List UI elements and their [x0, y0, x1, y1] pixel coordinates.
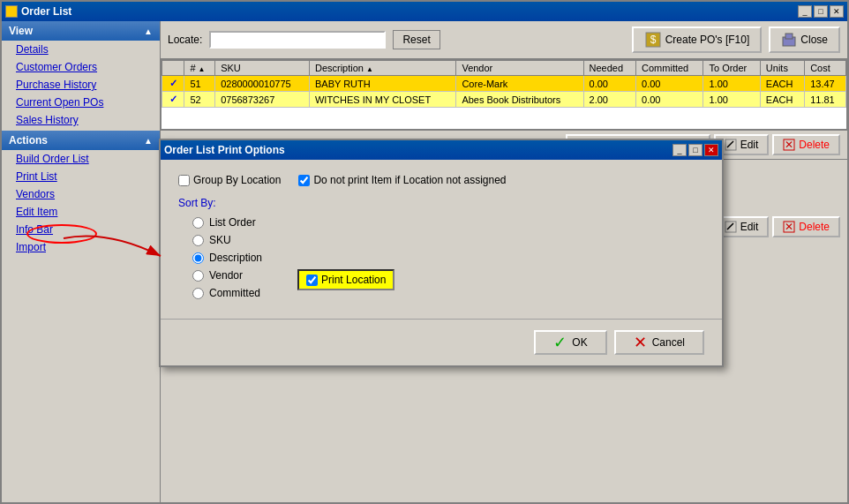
- dialog-close-button[interactable]: ✕: [704, 144, 718, 156]
- sidebar-item-current-open-pos[interactable]: Current Open POs: [2, 94, 160, 111]
- sort-vendor[interactable]: Vendor: [192, 269, 262, 282]
- dialog-minimize-button[interactable]: _: [672, 144, 687, 156]
- create-po-button[interactable]: $ Create PO's [F10]: [632, 26, 763, 53]
- row-cost: 13.47: [805, 76, 846, 92]
- bottom-delete-button[interactable]: ✕ Delete: [772, 216, 840, 237]
- dialog-options-row: Group By Location Do not print Item if L…: [178, 174, 704, 186]
- row-check: ✓: [162, 92, 184, 108]
- row-units: EACH: [760, 76, 804, 92]
- sidebar-item-details[interactable]: Details: [2, 41, 160, 58]
- sidebar: View ▲ Details Customer Orders Purchase …: [2, 21, 161, 502]
- sort-by-label: Sort By:: [178, 197, 704, 209]
- view-header[interactable]: View ▲: [2, 21, 160, 41]
- col-sku[interactable]: SKU: [215, 61, 310, 76]
- col-to-order[interactable]: To Order: [703, 61, 760, 76]
- sort-vendor-radio[interactable]: [192, 270, 204, 282]
- title-bar: Order List _ □ ✕: [2, 2, 847, 21]
- group-by-location-checkbox[interactable]: [178, 175, 190, 186]
- col-num[interactable]: # ▲: [184, 61, 215, 76]
- cancel-button[interactable]: ✕ Cancel: [614, 330, 704, 355]
- sort-sku[interactable]: SKU: [192, 234, 262, 246]
- dialog-controls: _ □ ✕: [672, 144, 718, 156]
- col-cost[interactable]: Cost: [805, 61, 846, 76]
- table-row[interactable]: ✓ 51 0280000010775 BABY RUTH Core-Mark 0…: [162, 76, 846, 92]
- col-vendor[interactable]: Vendor: [456, 61, 583, 76]
- row-description: WITCHES IN MY CLOSET: [309, 92, 455, 108]
- close-icon: [781, 32, 797, 48]
- close-button[interactable]: Close: [769, 26, 840, 53]
- row-check: ✓: [162, 76, 184, 92]
- sort-by-section: Sort By: List Order SKU: [178, 197, 704, 305]
- restore-button[interactable]: □: [814, 5, 828, 18]
- sort-sku-radio[interactable]: [192, 235, 204, 246]
- svg-text:✕: ✕: [785, 139, 793, 151]
- dialog-title: Order List Print Options: [164, 144, 285, 156]
- row-needed: 2.00: [583, 92, 636, 108]
- col-description[interactable]: Description ▲: [309, 61, 455, 76]
- row-vendor: Core-Mark: [456, 76, 583, 92]
- title-controls: _ □ ✕: [798, 5, 844, 18]
- view-section: View ▲ Details Customer Orders Purchase …: [2, 21, 160, 129]
- row-to-order: 1.00: [703, 92, 760, 108]
- sort-list-order[interactable]: List Order: [192, 216, 262, 229]
- locate-label: Locate:: [168, 34, 202, 46]
- sort-committed-radio[interactable]: [192, 288, 204, 299]
- sidebar-item-vendors[interactable]: Vendors: [2, 185, 160, 203]
- row-num: 51: [184, 76, 215, 92]
- sort-description[interactable]: Description: [192, 252, 262, 264]
- svg-text:$: $: [650, 34, 656, 46]
- row-to-order: 1.00: [703, 76, 760, 92]
- row-sku: 0756873267: [215, 92, 310, 108]
- sidebar-item-build-order-list[interactable]: Build Order List: [2, 150, 160, 168]
- close-window-button[interactable]: ✕: [830, 5, 844, 18]
- row-vendor: Abes Book Distributors: [456, 92, 583, 108]
- col-committed[interactable]: Committed: [636, 61, 703, 76]
- sort-committed[interactable]: Committed: [192, 287, 262, 299]
- sort-radio-group: List Order SKU Description: [178, 216, 704, 305]
- row-description: BABY RUTH: [309, 76, 455, 92]
- edit-icon: [725, 139, 737, 151]
- sidebar-item-print-list[interactable]: Print List: [2, 168, 160, 185]
- dialog-restore-button[interactable]: □: [688, 144, 702, 156]
- view-chevron-icon: ▲: [144, 26, 153, 36]
- actions-header[interactable]: Actions ▲: [2, 131, 160, 150]
- main-window: Order List _ □ ✕ View ▲ Details Customer…: [0, 0, 849, 504]
- window-title: Order List: [21, 5, 71, 18]
- svg-rect-3: [785, 34, 793, 39]
- mid-delete-button[interactable]: ✕ Delete: [772, 134, 840, 155]
- col-units[interactable]: Units: [760, 61, 804, 76]
- print-location-checkbox[interactable]: [306, 275, 318, 286]
- order-table-container: # ▲ SKU Description ▲ Vendor Needed Comm…: [161, 59, 847, 130]
- row-committed: 0.00: [636, 92, 703, 108]
- table-row[interactable]: ✓ 52 0756873267 WITCHES IN MY CLOSET Abe…: [162, 92, 846, 108]
- print-location-label[interactable]: Print Location: [297, 269, 394, 290]
- reset-button[interactable]: Reset: [393, 30, 440, 49]
- actions-chevron-icon: ▲: [144, 136, 153, 146]
- sort-list-order-radio[interactable]: [192, 217, 204, 229]
- do-not-print-label[interactable]: Do not print Item if Location not assign…: [298, 174, 506, 186]
- row-needed: 0.00: [583, 76, 636, 92]
- cancel-x-icon: ✕: [634, 333, 647, 352]
- locate-input[interactable]: [209, 31, 386, 49]
- do-not-print-checkbox[interactable]: [298, 175, 310, 186]
- group-by-location-label[interactable]: Group By Location: [178, 174, 281, 186]
- sort-description-radio[interactable]: [192, 252, 204, 264]
- sidebar-item-edit-item[interactable]: Edit Item: [2, 203, 160, 221]
- ok-check-icon: ✓: [553, 333, 567, 352]
- sidebar-item-purchase-history[interactable]: Purchase History: [2, 76, 160, 94]
- create-po-icon: $: [644, 31, 662, 49]
- col-needed[interactable]: Needed: [583, 61, 636, 76]
- row-committed: 0.00: [636, 76, 703, 92]
- delete-icon: ✕: [783, 139, 795, 151]
- minimize-button[interactable]: _: [798, 5, 812, 18]
- ok-button[interactable]: ✓ OK: [534, 330, 606, 355]
- actions-label: Actions: [9, 134, 48, 147]
- sidebar-item-customer-orders[interactable]: Customer Orders: [2, 58, 160, 76]
- svg-text:✕: ✕: [785, 221, 793, 233]
- window-icon: [5, 5, 18, 18]
- actions-section: Actions ▲ Build Order List Print List Ve…: [2, 131, 160, 256]
- sidebar-item-import[interactable]: Import: [2, 238, 160, 256]
- view-label: View: [9, 25, 33, 37]
- sidebar-item-info-bar[interactable]: Info Bar: [2, 221, 160, 238]
- sidebar-item-sales-history[interactable]: Sales History: [2, 111, 160, 129]
